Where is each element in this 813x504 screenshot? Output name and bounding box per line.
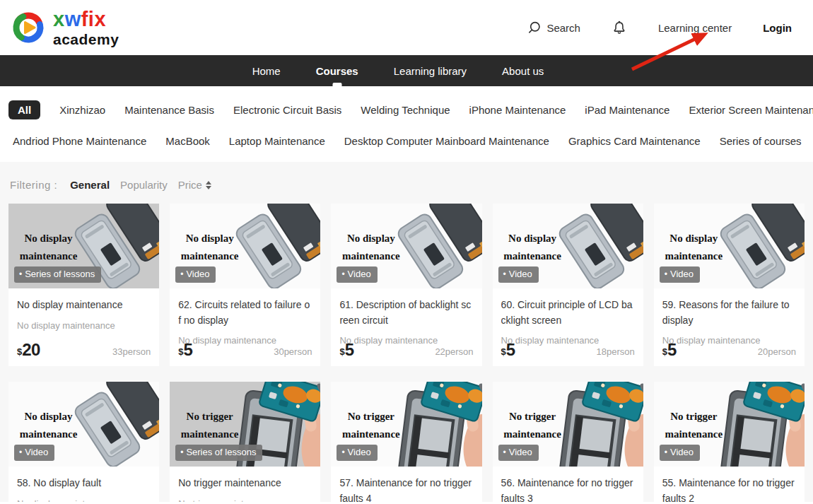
course-thumbnail: No trigger maintenance Video xyxy=(654,382,805,467)
course-card[interactable]: No trigger maintenance Video 55. Mainten… xyxy=(654,382,805,502)
course-type-badge: Series of lessons xyxy=(14,266,101,283)
nav-item-courses[interactable]: Courses xyxy=(313,55,361,86)
course-title: 58. No display fault xyxy=(17,476,151,491)
filter-option[interactable]: Price xyxy=(178,179,211,191)
category-chip[interactable]: Graphics Card Maintenance xyxy=(568,131,701,151)
category-chip-label: Series of courses xyxy=(720,135,802,147)
thumbnail-caption: No trigger maintenance xyxy=(497,408,568,443)
course-thumbnail: No display maintenance Video xyxy=(493,204,643,288)
category-row: All Xinzhizao Maintenance Basis Electron… xyxy=(8,100,805,119)
notifications-button[interactable] xyxy=(612,19,627,36)
course-title: No display maintenance xyxy=(17,298,151,313)
course-info: 57. Maintenance for no trigger faults 4 xyxy=(331,467,481,502)
category-chip-label: Graphics Card Maintenance xyxy=(568,135,701,147)
filter-option-label: General xyxy=(70,179,110,191)
course-card[interactable]: No display maintenance Video 61. Descrip… xyxy=(331,204,481,366)
learning-center-link[interactable]: Learning center xyxy=(658,22,732,34)
nav-item-label: Courses xyxy=(316,65,358,77)
course-card[interactable]: No display maintenance Video 58. No disp… xyxy=(8,382,159,502)
category-chip[interactable]: Xinzhizao xyxy=(59,100,105,119)
login-button[interactable]: Login xyxy=(763,22,792,34)
course-card[interactable]: No display maintenance Video 59. Reasons… xyxy=(654,204,805,366)
category-chip[interactable]: Desktop Computer Mainboard Maintenance xyxy=(344,131,549,151)
student-count: 20person xyxy=(758,346,796,357)
category-chip-label: All xyxy=(18,104,31,116)
course-type-badge: Video xyxy=(175,266,216,283)
course-title: 61. Description of backlight screen circ… xyxy=(339,298,473,328)
category-chip[interactable]: iPad Maintenance xyxy=(585,100,669,119)
course-card[interactable]: No trigger maintenance Video 56. Mainten… xyxy=(493,382,643,502)
category-chip-label: iPad Maintenance xyxy=(585,104,669,116)
category-chip-label: Welding Technique xyxy=(361,104,450,116)
category-chip-label: Desktop Computer Mainboard Maintenance xyxy=(344,135,549,147)
course-price: 20 xyxy=(22,341,40,358)
currency-symbol: $ xyxy=(339,346,344,357)
student-count: 18person xyxy=(597,346,635,357)
nav-item-learning-library[interactable]: Learning library xyxy=(391,55,469,86)
course-thumbnail: No display maintenance Video xyxy=(8,382,159,467)
logo-word-part: fix xyxy=(81,8,106,30)
course-info: 60. Circuit principle of LCD backlight s… xyxy=(493,288,643,366)
course-info: 62. Circuits related to failure of no di… xyxy=(170,288,320,366)
currency-symbol: $ xyxy=(501,346,506,357)
course-title: 60. Circuit principle of LCD backlight s… xyxy=(501,298,635,328)
category-chip-label: MacBook xyxy=(165,135,210,147)
course-thumbnail: No display maintenance Video xyxy=(654,204,805,288)
category-chip[interactable]: Series of courses xyxy=(720,131,802,151)
search-button[interactable]: Search xyxy=(527,20,580,35)
thumbnail-caption: No display maintenance xyxy=(336,230,406,265)
thumbnail-caption: No trigger maintenance xyxy=(336,408,406,443)
course-title: 55. Maintenance for no trigger faults 2 xyxy=(662,476,796,502)
category-row: Andriod Phone Maintenance MacBook Laptop… xyxy=(8,131,805,151)
course-info: 56. Maintenance for no trigger faults 3 xyxy=(493,467,643,502)
course-card[interactable]: No display maintenance Series of lessons… xyxy=(8,204,159,366)
category-chip[interactable]: Exterior Screen Maintenance xyxy=(689,100,813,119)
course-thumbnail: No trigger maintenance Video xyxy=(493,382,643,467)
course-type-badge: Video xyxy=(337,266,377,283)
category-chip[interactable]: Andriod Phone Maintenance xyxy=(13,131,146,151)
nav-item-about-us[interactable]: About us xyxy=(499,55,546,86)
course-price: 5 xyxy=(506,341,515,358)
category-chip-label: Maintenance Basis xyxy=(124,104,214,116)
course-type-badge: Video xyxy=(498,445,539,461)
category-chip[interactable]: MacBook xyxy=(165,131,210,151)
course-card[interactable]: No trigger maintenance Series of lessons… xyxy=(170,382,320,502)
student-count: 30person xyxy=(274,346,312,357)
filter-option[interactable]: General xyxy=(70,179,110,191)
category-chip[interactable]: Maintenance Basis xyxy=(124,100,214,119)
nav-item-label: Home xyxy=(252,65,281,77)
category-chip[interactable]: Welding Technique xyxy=(361,100,450,119)
course-info: No display maintenance No display mainte… xyxy=(8,288,159,366)
search-icon xyxy=(527,20,542,35)
price-row: $ 5 20person xyxy=(662,341,796,358)
nav-item-home[interactable]: Home xyxy=(250,55,283,86)
filter-option-label: Price xyxy=(178,179,202,191)
course-subtitle: No display maintenance xyxy=(17,320,151,331)
nav-item-label: Learning library xyxy=(394,65,467,77)
logo-word-part: w xyxy=(65,8,81,30)
course-type-badge: Video xyxy=(660,445,700,461)
filter-row: Filtering : General Popularity Price xyxy=(8,179,805,191)
student-count: 22person xyxy=(435,346,473,357)
course-card[interactable]: No display maintenance Video 60. Circuit… xyxy=(493,204,643,366)
course-thumbnail: No display maintenance Video xyxy=(331,204,481,288)
main-nav: Home Courses Learning library About us xyxy=(0,55,813,86)
price-sort-icon xyxy=(206,181,211,189)
category-chip[interactable]: Electronic Circuit Basis xyxy=(233,100,341,119)
course-thumbnail: No display maintenance Series of lessons xyxy=(8,204,159,288)
category-chip[interactable]: All xyxy=(8,100,40,119)
course-thumbnail: No display maintenance Video xyxy=(170,204,320,288)
course-grid: No display maintenance Series of lessons… xyxy=(8,204,805,502)
category-chip[interactable]: iPhone Maintenance xyxy=(469,100,566,119)
category-chip[interactable]: Laptop Maintenance xyxy=(229,131,325,151)
category-rows: All Xinzhizao Maintenance Basis Electron… xyxy=(8,100,805,151)
filter-option[interactable]: Popularity xyxy=(120,179,168,191)
logo[interactable]: xwfix academy xyxy=(10,8,119,47)
logo-subtitle: academy xyxy=(53,32,119,47)
logo-text: xwfix academy xyxy=(53,9,119,47)
category-chip-label: Andriod Phone Maintenance xyxy=(13,135,146,147)
nav-items: Home Courses Learning library About us xyxy=(250,55,547,86)
course-title: 56. Maintenance for no trigger faults 3 xyxy=(501,476,635,502)
course-card[interactable]: No display maintenance Video 62. Circuit… xyxy=(170,204,320,366)
course-card[interactable]: No trigger maintenance Video 57. Mainten… xyxy=(331,382,481,502)
